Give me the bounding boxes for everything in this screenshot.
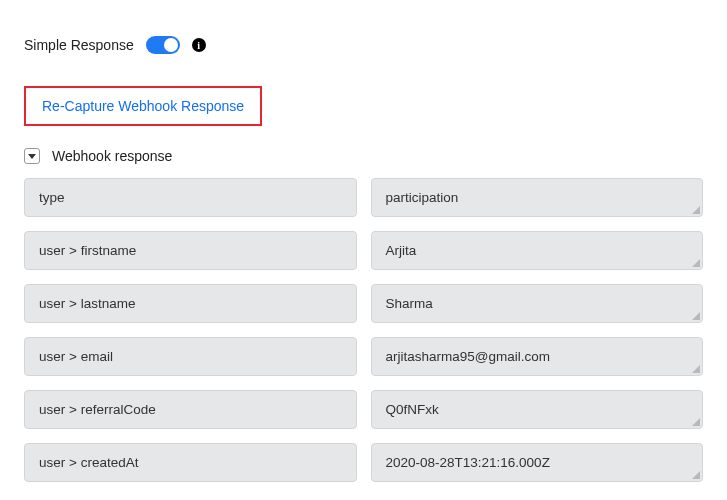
key-cell[interactable]: user > email	[24, 337, 357, 376]
value-cell[interactable]: Sharma	[371, 284, 704, 323]
key-cell[interactable]: type	[24, 178, 357, 217]
value-text: Q0fNFxk	[386, 402, 439, 417]
key-cell[interactable]: user > referralCode	[24, 390, 357, 429]
key-cell[interactable]: user > firstname	[24, 231, 357, 270]
key-text: type	[39, 190, 65, 205]
value-cell[interactable]: 2020-08-28T13:21:16.000Z	[371, 443, 704, 482]
collapse-toggle-button[interactable]	[24, 148, 40, 164]
webhook-response-grid: type participation user > firstname Arji…	[24, 178, 703, 482]
simple-response-toggle[interactable]	[146, 36, 180, 54]
value-text: 2020-08-28T13:21:16.000Z	[386, 455, 550, 470]
webhook-response-label: Webhook response	[52, 148, 172, 164]
key-cell[interactable]: user > createdAt	[24, 443, 357, 482]
value-cell[interactable]: Arjita	[371, 231, 704, 270]
key-text: user > email	[39, 349, 113, 364]
value-cell[interactable]: participation	[371, 178, 704, 217]
value-cell[interactable]: Q0fNFxk	[371, 390, 704, 429]
value-text: Arjita	[386, 243, 417, 258]
simple-response-label: Simple Response	[24, 37, 134, 53]
toggle-knob	[164, 38, 178, 52]
key-text: user > lastname	[39, 296, 135, 311]
previous-line-fragment: save Button.	[49, 0, 703, 8]
simple-response-row: Simple Response i	[24, 36, 703, 54]
key-text: user > firstname	[39, 243, 136, 258]
recapture-webhook-link[interactable]: Re-Capture Webhook Response	[42, 98, 244, 114]
info-icon[interactable]: i	[192, 38, 206, 52]
value-text: Sharma	[386, 296, 433, 311]
key-text: user > referralCode	[39, 402, 156, 417]
webhook-response-header: Webhook response	[24, 148, 703, 164]
chevron-down-icon	[28, 154, 36, 159]
recapture-highlight-box: Re-Capture Webhook Response	[24, 86, 262, 126]
value-text: participation	[386, 190, 459, 205]
value-cell[interactable]: arjitasharma95@gmail.com	[371, 337, 704, 376]
value-text: arjitasharma95@gmail.com	[386, 349, 551, 364]
key-text: user > createdAt	[39, 455, 138, 470]
key-cell[interactable]: user > lastname	[24, 284, 357, 323]
